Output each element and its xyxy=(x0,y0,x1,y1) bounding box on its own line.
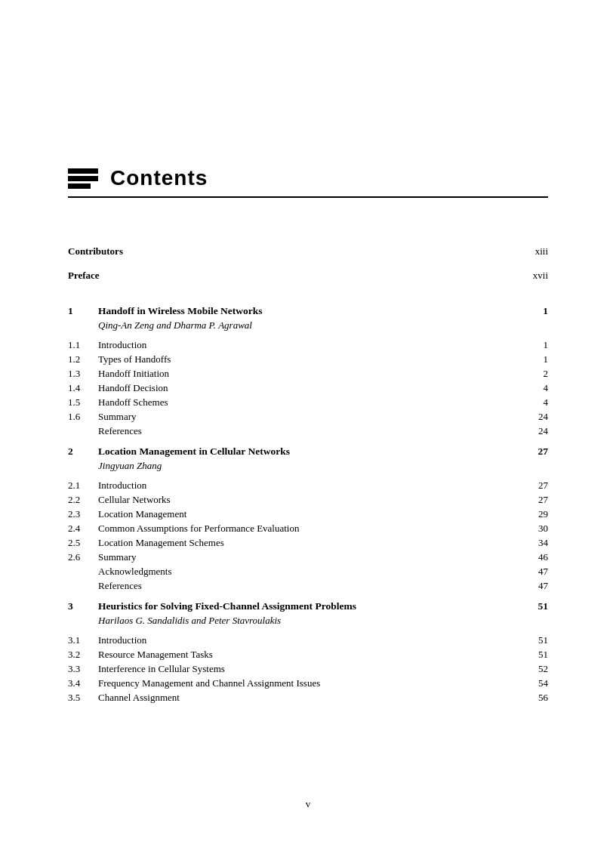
ch3-sec-1-label: Introduction xyxy=(98,633,510,647)
chapter-2-page: 27 xyxy=(510,446,548,459)
preface-label: Preface xyxy=(68,267,510,284)
ch1-ref-num xyxy=(68,424,98,438)
preface-row: Preface xvii xyxy=(68,267,548,284)
ch2-sec-1-page: 27 xyxy=(510,478,548,492)
ch3-sec-4-page: 54 xyxy=(510,676,548,690)
ch3-sec-3-page: 52 xyxy=(510,661,548,676)
chapter-3-author: Harilaos G. Sandalidis and Peter Stavrou… xyxy=(98,614,548,633)
title-section: Contents xyxy=(68,166,548,198)
ch1-sec-6-page: 24 xyxy=(510,409,548,424)
page: Contents Contributors xiii xyxy=(0,0,616,848)
page-number: v xyxy=(306,798,311,809)
ch3-sec-2-num: 3.2 xyxy=(68,647,98,661)
ch3-sec-1-num: 3.1 xyxy=(68,633,98,647)
ch2-sec-3-label: Location Management xyxy=(98,507,510,521)
ch1-sec-5-page: 4 xyxy=(510,395,548,409)
ch2-ref-page: 47 xyxy=(510,578,548,593)
spacer-row-3 xyxy=(68,284,548,294)
ch2-sec-1-num: 2.1 xyxy=(68,478,98,492)
chapter-3-row: 3 Heuristics for Solving Fixed-Channel A… xyxy=(68,600,548,614)
ch3-sec-4-num: 3.4 xyxy=(68,676,98,690)
spacer-row-2 xyxy=(68,260,548,267)
ch2-sec-4-page: 30 xyxy=(510,521,548,535)
toc-table: Contributors xiii Preface xvii xyxy=(68,228,548,705)
chapter-3-author-row: Harilaos G. Sandalidis and Peter Stavrou… xyxy=(68,614,548,633)
preface-page: xvii xyxy=(510,267,548,284)
ch2-sec-5-label: Location Management Schemes xyxy=(98,535,510,550)
ch2-sec-5-page: 34 xyxy=(510,535,548,550)
contributors-page: xiii xyxy=(510,243,548,260)
ch2-sec-4-label: Common Assumptions for Performance Evalu… xyxy=(98,521,510,535)
ch1-sec-4: 1.4 Handoff Decision 4 xyxy=(68,381,548,395)
ch1-sec-3: 1.3 Handoff Initiation 2 xyxy=(68,366,548,381)
ch1-sec-3-num: 1.3 xyxy=(68,366,98,381)
spacer-row-4 xyxy=(68,438,548,446)
ch3-sec-5: 3.5 Channel Assignment 56 xyxy=(68,690,548,705)
ch2-ack-page: 47 xyxy=(510,564,548,578)
chapter-2-title: Location Management in Cellular Networks xyxy=(98,446,510,459)
title-bar-1 xyxy=(68,168,98,174)
ch3-sec-3-label: Interference in Cellular Systems xyxy=(98,661,510,676)
chapter-1-title: Handoff in Wireless Mobile Networks xyxy=(98,294,510,319)
ch2-sec-4: 2.4 Common Assumptions for Performance E… xyxy=(68,521,548,535)
chapter-3-title: Heuristics for Solving Fixed-Channel Ass… xyxy=(98,600,510,614)
ch1-sec-3-label: Handoff Initiation xyxy=(98,366,510,381)
ch3-sec-2: 3.2 Resource Management Tasks 51 xyxy=(68,647,548,661)
ch2-sec-3-page: 29 xyxy=(510,507,548,521)
ch1-sec-6: 1.6 Summary 24 xyxy=(68,409,548,424)
spacer-row xyxy=(68,228,548,243)
ch1-sec-1-page: 1 xyxy=(510,338,548,352)
ch1-sec-5-num: 1.5 xyxy=(68,395,98,409)
chapter-3-num: 3 xyxy=(68,600,98,614)
ch1-sec-2-page: 1 xyxy=(510,352,548,366)
contributors-row: Contributors xiii xyxy=(68,243,548,260)
ch2-sec-1: 2.1 Introduction 27 xyxy=(68,478,548,492)
page-title: Contents xyxy=(110,166,208,190)
ch3-sec-3: 3.3 Interference in Cellular Systems 52 xyxy=(68,661,548,676)
chapter-2-num: 2 xyxy=(68,446,98,459)
ch2-sec-4-num: 2.4 xyxy=(68,521,98,535)
chapter-1-author-row: Qing-An Zeng and Dharma P. Agrawal xyxy=(68,319,548,338)
title-bar-3 xyxy=(68,183,91,189)
ch2-sec-6-num: 2.6 xyxy=(68,550,98,564)
ch3-sec-3-num: 3.3 xyxy=(68,661,98,676)
ch3-sec-2-page: 51 xyxy=(510,647,548,661)
ch2-ack-num xyxy=(68,564,98,578)
ch2-sec-2-page: 27 xyxy=(510,492,548,507)
page-number-area: v xyxy=(0,798,616,810)
ch1-sec-5-label: Handoff Schemes xyxy=(98,395,510,409)
ch1-sec-1-num: 1.1 xyxy=(68,338,98,352)
ch1-sec-4-num: 1.4 xyxy=(68,381,98,395)
chapter-1-author: Qing-An Zeng and Dharma P. Agrawal xyxy=(98,319,548,338)
ch2-sec-3: 2.3 Location Management 29 xyxy=(68,507,548,521)
ch1-sec-3-page: 2 xyxy=(510,366,548,381)
ch3-sec-1-page: 51 xyxy=(510,633,548,647)
chapter-3-page: 51 xyxy=(510,600,548,614)
ch2-ref-num xyxy=(68,578,98,593)
title-bar-2 xyxy=(68,176,98,181)
ch2-ref-label: References xyxy=(98,578,510,593)
ch3-sec-2-label: Resource Management Tasks xyxy=(98,647,510,661)
content-area: Contents Contributors xiii xyxy=(0,0,616,750)
chapter-2-author: Jingyuan Zhang xyxy=(98,459,548,478)
ch2-ack-label: Acknowledgments xyxy=(98,564,510,578)
spacer-row-5 xyxy=(68,593,548,600)
ch1-sec-6-label: Summary xyxy=(98,409,510,424)
ch2-ref: References 47 xyxy=(68,578,548,593)
ch2-sec-6-label: Summary xyxy=(98,550,510,564)
ch3-sec-5-page: 56 xyxy=(510,690,548,705)
ch1-sec-5: 1.5 Handoff Schemes 4 xyxy=(68,395,548,409)
chapter-1-row: 1 Handoff in Wireless Mobile Networks 1 xyxy=(68,294,548,319)
ch3-sec-5-num: 3.5 xyxy=(68,690,98,705)
ch3-sec-4-label: Frequency Management and Channel Assignm… xyxy=(98,676,510,690)
ch1-sec-6-num: 1.6 xyxy=(68,409,98,424)
ch1-sec-1: 1.1 Introduction 1 xyxy=(68,338,548,352)
ch2-sec-6: 2.6 Summary 46 xyxy=(68,550,548,564)
ch1-sec-1-label: Introduction xyxy=(98,338,510,352)
ch3-sec-4: 3.4 Frequency Management and Channel Ass… xyxy=(68,676,548,690)
ch2-sec-5: 2.5 Location Management Schemes 34 xyxy=(68,535,548,550)
ch1-ref: References 24 xyxy=(68,424,548,438)
chapter-1-page: 1 xyxy=(510,294,548,319)
ch2-sec-6-page: 46 xyxy=(510,550,548,564)
ch2-sec-1-label: Introduction xyxy=(98,478,510,492)
